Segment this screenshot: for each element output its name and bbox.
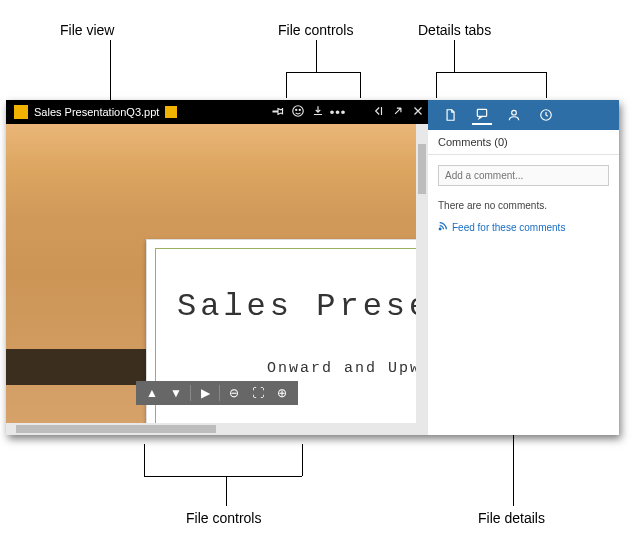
annot-line [110, 40, 111, 100]
details-pane: Comments (0) There are no comments. Feed… [428, 100, 619, 435]
collapse-icon[interactable] [368, 104, 388, 121]
no-comments-message: There are no comments. [428, 196, 619, 215]
comments-tab-icon[interactable] [472, 105, 492, 125]
annot-line [316, 40, 317, 72]
viewer-window: Sales PresentationQ3.ppt ••• [6, 100, 619, 435]
zoom-in-button[interactable]: ⊕ [270, 383, 294, 403]
user-tab-icon[interactable] [504, 105, 524, 125]
annot-file-controls-top: File controls [278, 22, 353, 38]
separator [190, 385, 191, 401]
details-tabs [428, 100, 619, 130]
close-icon[interactable] [408, 104, 428, 121]
slide-title: Sales Prese [177, 288, 416, 325]
play-button[interactable]: ▶ [193, 383, 217, 403]
annot-line [360, 72, 361, 98]
feed-link[interactable]: Feed for these comments [428, 215, 619, 239]
separator [219, 385, 220, 401]
annot-line [144, 444, 145, 476]
history-tab-icon[interactable] [536, 105, 556, 125]
prev-page-button[interactable]: ▲ [140, 383, 164, 403]
title-badge-icon [165, 106, 177, 118]
annot-file-view: File view [60, 22, 114, 38]
next-page-button[interactable]: ▼ [164, 383, 188, 403]
annot-file-controls-bottom: File controls [186, 510, 261, 526]
svg-rect-3 [477, 109, 486, 116]
annot-line [226, 476, 227, 506]
slide-subtitle: Onward and Upw [267, 360, 416, 377]
expand-icon[interactable] [388, 104, 408, 121]
top-toolbar: Sales PresentationQ3.ppt ••• [6, 100, 428, 124]
horizontal-scrollbar[interactable] [6, 423, 428, 435]
svg-point-2 [299, 109, 300, 110]
file-view: Sales Prese Onward and Upw ▲ ▼ ▶ ⊖ ⛶ ⊕ [6, 124, 428, 423]
annot-file-details: File details [478, 510, 545, 526]
fit-button[interactable]: ⛶ [246, 383, 270, 403]
annot-line [286, 72, 287, 98]
svg-point-1 [296, 109, 297, 110]
download-icon[interactable] [308, 104, 328, 121]
svg-point-0 [293, 105, 304, 116]
svg-point-4 [512, 110, 517, 115]
annot-line [436, 72, 437, 98]
annot-line [302, 444, 303, 476]
emoji-icon[interactable] [288, 104, 308, 121]
file-tab-icon[interactable] [440, 105, 460, 125]
file-type-icon [14, 105, 28, 119]
annot-line [436, 72, 546, 73]
slide-accent-bar [6, 349, 166, 385]
annot-line [546, 72, 547, 98]
bottom-controls: ▲ ▼ ▶ ⊖ ⛶ ⊕ [136, 381, 298, 405]
file-view-content[interactable]: Sales Prese Onward and Upw ▲ ▼ ▶ ⊖ ⛶ ⊕ [6, 124, 416, 423]
svg-point-6 [439, 228, 441, 230]
file-title: Sales PresentationQ3.ppt [34, 106, 159, 118]
rss-icon [438, 221, 448, 233]
annot-details-tabs: Details tabs [418, 22, 491, 38]
comment-input[interactable] [438, 165, 609, 186]
annot-line [454, 40, 455, 72]
file-view-pane: Sales PresentationQ3.ppt ••• [6, 100, 428, 435]
annot-line [286, 72, 360, 73]
pin-icon[interactable] [268, 104, 288, 121]
zoom-out-button[interactable]: ⊖ [222, 383, 246, 403]
more-icon[interactable]: ••• [328, 105, 348, 120]
comments-section-header: Comments (0) [428, 130, 619, 155]
annot-line [144, 476, 302, 477]
feed-link-text: Feed for these comments [452, 222, 565, 233]
vertical-scrollbar[interactable] [416, 124, 428, 423]
